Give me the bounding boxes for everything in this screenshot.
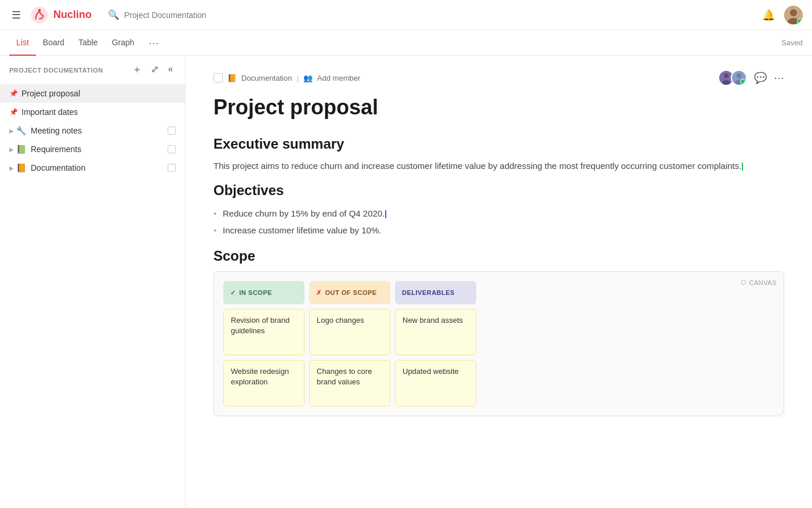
main-layout: PROJECT DOCUMENTATION ＋ ⤢ « 📌 Project pr… bbox=[0, 56, 812, 508]
column-header-out-scope: ✗ OUT OF SCOPE bbox=[309, 281, 390, 304]
tab-board[interactable]: Board bbox=[36, 30, 71, 56]
svg-point-1 bbox=[38, 9, 41, 12]
sidebar-header-actions: ＋ ⤢ « bbox=[130, 63, 176, 77]
objective-item-1: Reduce churn by 15% by end of Q4 2020. bbox=[213, 206, 784, 222]
objectives-list: Reduce churn by 15% by end of Q4 2020. I… bbox=[213, 206, 784, 239]
saved-status: Saved bbox=[781, 38, 803, 47]
avatar-initials-2 bbox=[732, 71, 746, 85]
sidebar-item-requirements[interactable]: ▶ 📗 Requirements bbox=[0, 140, 185, 158]
sidebar-label-project-proposal: Project proposal bbox=[21, 89, 80, 98]
board-card-logo-changes[interactable]: Logo changes bbox=[309, 309, 390, 355]
hamburger-menu[interactable]: ☰ bbox=[9, 6, 23, 24]
cursor-green bbox=[742, 163, 743, 171]
tabs-more-button[interactable]: ⋯ bbox=[144, 37, 164, 49]
add-item-button[interactable]: ＋ bbox=[130, 63, 144, 77]
tab-table[interactable]: Table bbox=[71, 30, 104, 56]
executive-summary-heading: Executive summary bbox=[213, 136, 784, 152]
expand-icon-requirements[interactable]: ▶ bbox=[9, 146, 14, 153]
sidebar-item-documentation[interactable]: ▶ 📙 Documentation bbox=[0, 158, 185, 177]
sidebar-label-requirements: Requirements bbox=[31, 145, 81, 154]
doc-top-bar: 📙 Documentation | 👥 Add member bbox=[213, 70, 784, 86]
pin-icon-important-dates: 📌 bbox=[9, 108, 18, 116]
canvas-icon: ⬡ bbox=[741, 279, 747, 286]
sidebar-item-meeting-notes[interactable]: ▶ 🔧 Meeting notes bbox=[0, 121, 185, 140]
column-header-in-scope: ✓ IN SCOPE bbox=[223, 281, 304, 304]
add-member-label[interactable]: Add member bbox=[317, 74, 360, 82]
board-card-updated-website[interactable]: Updated website bbox=[395, 360, 476, 406]
tabs-bar: List Board Table Graph ⋯ Saved bbox=[0, 30, 812, 56]
sidebar-section-title: PROJECT DOCUMENTATION bbox=[9, 67, 103, 74]
board-card-core-brand-values[interactable]: Changes to core brand values bbox=[309, 360, 390, 406]
board-card-website-redesign[interactable]: Website redesign exploration bbox=[223, 360, 304, 406]
collaborator-avatar-2 bbox=[731, 70, 747, 86]
column-header-deliverables: DELIVERABLES bbox=[395, 281, 476, 304]
in-scope-check-icon: ✓ bbox=[230, 289, 236, 297]
expand-icon-meeting-notes[interactable]: ▶ bbox=[9, 128, 14, 134]
updated-website-text: Updated website bbox=[403, 366, 459, 377]
svg-point-5 bbox=[722, 80, 730, 85]
objectives-heading: Objectives bbox=[213, 182, 784, 199]
sidebar-checkbox-requirements bbox=[168, 145, 176, 153]
user-avatar[interactable] bbox=[784, 6, 803, 24]
canvas-board: ⬡ CANVAS ✓ IN SCOPE ✗ OUT OF SCOPE DELIV… bbox=[213, 271, 784, 416]
sidebar-label-documentation: Documentation bbox=[31, 163, 85, 172]
objective-item-2: Increase customer lifetime value by 10%. bbox=[213, 222, 784, 239]
collapse-sidebar-button[interactable]: « bbox=[166, 63, 176, 77]
breadcrumb-icon: 📙 bbox=[227, 74, 237, 82]
search-text: Project Documentation bbox=[124, 10, 206, 20]
breadcrumb-separator: | bbox=[296, 74, 298, 82]
sidebar-checkbox-documentation bbox=[168, 164, 176, 172]
app-name: Nuclino bbox=[53, 9, 92, 21]
tab-list[interactable]: List bbox=[9, 30, 36, 56]
comment-icon[interactable]: 💬 bbox=[754, 71, 767, 84]
search-bar[interactable]: 🔍 Project Documentation bbox=[101, 6, 213, 24]
add-member-icon: 👥 bbox=[303, 74, 313, 82]
canvas-label: ⬡ CANVAS bbox=[741, 279, 777, 286]
svg-point-6 bbox=[737, 73, 742, 78]
sidebar-label-meeting-notes: Meeting notes bbox=[31, 126, 82, 135]
board-grid: ✓ IN SCOPE ✗ OUT OF SCOPE DELIVERABLES R… bbox=[223, 281, 476, 406]
top-nav: ☰ Nuclino 🔍 Project Documentation 🔔 bbox=[0, 0, 812, 30]
doc-actions: 💬 ⋯ bbox=[718, 70, 784, 86]
sidebar-header: PROJECT DOCUMENTATION ＋ ⤢ « bbox=[0, 56, 185, 84]
board-card-revision[interactable]: Revision of brand guidelines bbox=[223, 309, 304, 355]
sidebar-label-important-dates: Important dates bbox=[21, 107, 78, 117]
search-icon: 🔍 bbox=[108, 9, 119, 20]
breadcrumb: 📙 Documentation | 👥 Add member bbox=[213, 73, 360, 82]
pin-icon-project-proposal: 📌 bbox=[9, 89, 18, 98]
top-right-actions: 🔔 bbox=[762, 6, 803, 24]
board-card-new-brand-assets[interactable]: New brand assets bbox=[395, 309, 476, 355]
sidebar-checkbox-meeting-notes bbox=[168, 127, 176, 135]
meeting-notes-emoji-icon: 🔧 bbox=[16, 126, 26, 135]
sidebar: PROJECT DOCUMENTATION ＋ ⤢ « 📌 Project pr… bbox=[0, 56, 186, 508]
doc-checkbox[interactable] bbox=[213, 73, 223, 82]
requirements-emoji-icon: 📗 bbox=[16, 145, 26, 154]
out-scope-x-icon: ✗ bbox=[316, 289, 322, 297]
breadcrumb-text: Documentation bbox=[241, 74, 292, 82]
logo: Nuclino bbox=[30, 6, 92, 24]
scope-heading: Scope bbox=[213, 248, 784, 264]
notification-bell[interactable]: 🔔 bbox=[762, 9, 775, 21]
documentation-emoji-icon: 📙 bbox=[16, 163, 26, 172]
tab-graph[interactable]: Graph bbox=[105, 30, 142, 56]
doc-collaborators bbox=[718, 70, 747, 86]
sidebar-item-project-proposal[interactable]: 📌 Project proposal bbox=[0, 84, 185, 103]
svg-point-7 bbox=[735, 80, 743, 85]
sidebar-item-important-dates[interactable]: 📌 Important dates bbox=[0, 103, 185, 121]
expand-all-button[interactable]: ⤢ bbox=[148, 63, 161, 77]
logo-icon bbox=[30, 6, 49, 24]
more-options-icon[interactable]: ⋯ bbox=[774, 71, 784, 84]
svg-point-3 bbox=[788, 18, 799, 24]
doc-title: Project proposal bbox=[213, 95, 784, 120]
svg-point-2 bbox=[790, 9, 797, 16]
executive-summary-text: This project aims to reduce churn and in… bbox=[213, 159, 784, 173]
svg-point-4 bbox=[724, 73, 729, 78]
expand-icon-documentation[interactable]: ▶ bbox=[9, 165, 14, 171]
cursor-purple bbox=[385, 210, 386, 218]
main-content: 📙 Documentation | 👥 Add member bbox=[186, 56, 812, 508]
